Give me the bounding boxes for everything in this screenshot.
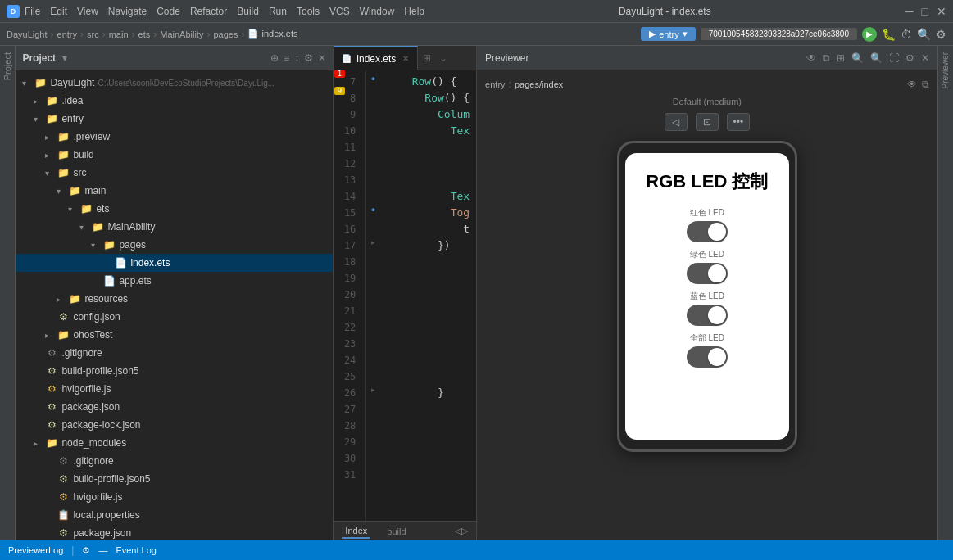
- right-panel-label[interactable]: Previewer: [941, 52, 950, 88]
- gutter-dot-7: ●: [366, 70, 379, 87]
- tree-item-gitignore2[interactable]: ⚙ .gitignore: [16, 452, 333, 470]
- status-minus[interactable]: —: [98, 545, 107, 555]
- search-icon[interactable]: 🔍: [917, 28, 931, 41]
- tree-item-configjson[interactable]: ⚙ config.json: [16, 308, 333, 326]
- home-button[interactable]: ⊡: [696, 113, 719, 131]
- phone-screen: RGB LED 控制 红色 LED 绿色 LED: [625, 153, 789, 440]
- tree-item-ets[interactable]: ▾ 📁 ets: [16, 200, 333, 218]
- maximize-button[interactable]: □: [922, 5, 928, 18]
- close-button[interactable]: ✕: [937, 5, 946, 18]
- folder-icon-mainability: 📁: [91, 220, 104, 233]
- close-panel-icon[interactable]: ✕: [318, 52, 326, 64]
- run-button[interactable]: ▶: [862, 27, 877, 42]
- horizontal-scrollbar[interactable]: ◁▷: [455, 526, 468, 536]
- menu-edit[interactable]: Edit: [50, 6, 67, 17]
- tree-item-packagejson[interactable]: ⚙ package.json: [16, 398, 333, 416]
- breadcrumb-main[interactable]: main: [109, 29, 129, 39]
- stack-icon[interactable]: ⧉: [922, 79, 929, 90]
- breadcrumb-entry[interactable]: entry: [57, 29, 77, 39]
- tree-item-appets[interactable]: 📄 app.ets: [16, 272, 333, 290]
- debug-icon[interactable]: 🐛: [882, 28, 896, 41]
- settings-icon[interactable]: ⚙: [936, 28, 946, 41]
- menu-tools[interactable]: Tools: [297, 6, 320, 17]
- breadcrumb-src[interactable]: src: [87, 29, 99, 39]
- tree-item-hvigorfile[interactable]: ⚙ hvigorfile.js: [16, 380, 333, 398]
- tab-more-button[interactable]: ⌄: [436, 52, 451, 64]
- code-editor[interactable]: Row() { Row() { Colum Tex: [379, 70, 476, 521]
- status-event-log[interactable]: Event Log: [116, 545, 157, 555]
- breadcrumb-pages[interactable]: pages: [213, 29, 238, 39]
- gear-icon[interactable]: ⚙: [304, 52, 313, 64]
- collapse-icon[interactable]: ≡: [284, 52, 289, 64]
- code-line-26: }: [386, 385, 470, 401]
- more-button[interactable]: •••: [727, 113, 750, 131]
- device-selector[interactable]: 700100545832393328a027ce06c3800: [701, 28, 857, 40]
- bottom-tab-index[interactable]: Index: [342, 524, 370, 539]
- tree-item-resources[interactable]: ▸ 📁 resources: [16, 290, 333, 308]
- tree-item-indexets[interactable]: 📄 index.ets: [16, 254, 333, 272]
- tree-item-main[interactable]: ▾ 📁 main: [16, 182, 333, 200]
- zoom-in-icon[interactable]: 🔍: [851, 52, 864, 64]
- breadcrumb-ets[interactable]: ets: [138, 29, 151, 39]
- grid-icon[interactable]: ⊞: [837, 52, 845, 64]
- menu-code[interactable]: Code: [157, 6, 180, 17]
- tree-item-gitignore[interactable]: ⚙ .gitignore: [16, 344, 333, 362]
- settings-icon-prev[interactable]: ⚙: [905, 52, 914, 64]
- menu-run[interactable]: Run: [269, 6, 287, 17]
- project-tab-label[interactable]: Project: [2, 52, 12, 80]
- tree-item-buildprofile2[interactable]: ⚙ build-profile.json5: [16, 470, 333, 488]
- sort-icon[interactable]: ↕: [294, 52, 299, 64]
- tree-item-src[interactable]: ▾ 📁 src: [16, 164, 333, 182]
- tree-item-ohostest[interactable]: ▸ 📁 ohosTest: [16, 326, 333, 344]
- breadcrumb-indexets[interactable]: 📄 index.ets: [247, 29, 297, 39]
- tree-item-hvigorfile2[interactable]: ⚙ hvigorfile.js: [16, 488, 333, 506]
- zoom-out-icon[interactable]: 🔍: [870, 52, 883, 64]
- tree-item-preview[interactable]: ▸ 📁 .preview: [16, 128, 333, 146]
- fit-icon[interactable]: ⛶: [889, 52, 899, 64]
- tree-item-build[interactable]: ▸ 📁 build: [16, 146, 333, 164]
- breadcrumb-dayulight[interactable]: DayuLight: [7, 29, 48, 39]
- code-line-17: }): [386, 237, 470, 254]
- menu-navigate[interactable]: Navigate: [108, 6, 147, 17]
- eye-icon[interactable]: 👁: [806, 52, 816, 64]
- tree-item-packagelock[interactable]: ⚙ package-lock.json: [16, 416, 333, 434]
- layers-icon[interactable]: ⧉: [823, 52, 830, 64]
- toggle-green[interactable]: [687, 263, 728, 284]
- status-previewer-log[interactable]: PreviewerLog: [8, 545, 63, 555]
- menu-refactor[interactable]: Refactor: [190, 6, 227, 17]
- back-button[interactable]: ◁: [665, 113, 688, 131]
- minimize-button[interactable]: ─: [905, 5, 914, 18]
- menu-build[interactable]: Build: [237, 6, 259, 17]
- tab-split-button[interactable]: ⊞: [418, 52, 436, 64]
- menu-file[interactable]: File: [25, 6, 40, 17]
- tree-item-buildprofile[interactable]: ⚙ build-profile.json5: [16, 362, 333, 380]
- tree-item-mainability[interactable]: ▾ 📁 MainAbility: [16, 218, 333, 236]
- editor-bottom-tabs: Index build ◁▷: [334, 521, 476, 540]
- tree-item-pages[interactable]: ▾ 📁 pages: [16, 236, 333, 254]
- tab-indexets[interactable]: 📄 index.ets ✕: [334, 46, 418, 70]
- menu-help[interactable]: Help: [404, 6, 424, 17]
- scope-icon[interactable]: ⊕: [270, 52, 279, 64]
- tree-root[interactable]: ▾ 📁 DayuLight C:\Users\soonl\DevEcoStudi…: [16, 74, 333, 92]
- status-settings[interactable]: ⚙: [82, 545, 90, 556]
- tree-item-localprops[interactable]: 📋 local.properties: [16, 506, 333, 524]
- toggle-red[interactable]: [687, 221, 728, 242]
- eye-toggle-icon[interactable]: 👁: [907, 79, 917, 90]
- tree-item-entry[interactable]: ▾ 📁 entry: [16, 110, 333, 128]
- tree-item-packagejson2[interactable]: ⚙ package.json: [16, 524, 333, 540]
- profile-icon[interactable]: ⏱: [901, 28, 912, 41]
- menu-vcs[interactable]: VCS: [329, 6, 350, 17]
- error-badge: 1: [334, 70, 345, 78]
- line-numbers: 1 9 7 8 9 10 11 12 13 14 15 16: [334, 70, 366, 521]
- tree-item-idea[interactable]: ▸ 📁 .idea: [16, 92, 333, 110]
- menu-window[interactable]: Window: [360, 6, 395, 17]
- close-prev-icon[interactable]: ✕: [921, 52, 929, 64]
- bottom-tab-build[interactable]: build: [383, 525, 409, 538]
- toggle-blue[interactable]: [687, 305, 728, 326]
- toggle-all[interactable]: [687, 346, 728, 368]
- menu-view[interactable]: View: [77, 6, 98, 17]
- tree-item-nodemodules[interactable]: ▸ 📁 node_modules: [16, 434, 333, 452]
- breadcrumb-mainability[interactable]: MainAbility: [160, 29, 203, 39]
- tab-close-indexets[interactable]: ✕: [402, 54, 409, 63]
- entry-dropdown[interactable]: ▶ entry ▾: [641, 27, 695, 41]
